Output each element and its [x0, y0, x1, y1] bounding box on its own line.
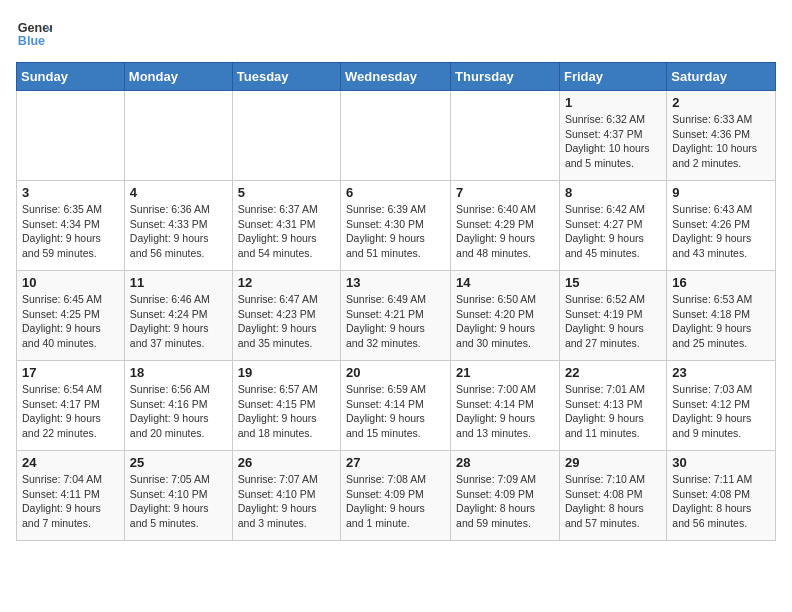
day-info: Sunrise: 7:05 AMSunset: 4:10 PMDaylight:…	[130, 472, 227, 531]
day-info: Sunrise: 7:07 AMSunset: 4:10 PMDaylight:…	[238, 472, 335, 531]
day-number: 12	[238, 275, 335, 290]
calendar-cell	[232, 91, 340, 181]
day-info: Sunrise: 7:00 AMSunset: 4:14 PMDaylight:…	[456, 382, 554, 441]
day-info: Sunrise: 7:03 AMSunset: 4:12 PMDaylight:…	[672, 382, 770, 441]
day-number: 24	[22, 455, 119, 470]
calendar-cell: 25Sunrise: 7:05 AMSunset: 4:10 PMDayligh…	[124, 451, 232, 541]
day-info: Sunrise: 7:04 AMSunset: 4:11 PMDaylight:…	[22, 472, 119, 531]
calendar-cell	[124, 91, 232, 181]
calendar-cell: 16Sunrise: 6:53 AMSunset: 4:18 PMDayligh…	[667, 271, 776, 361]
day-number: 14	[456, 275, 554, 290]
calendar-header-monday: Monday	[124, 63, 232, 91]
day-number: 27	[346, 455, 445, 470]
day-number: 9	[672, 185, 770, 200]
calendar-header-saturday: Saturday	[667, 63, 776, 91]
day-number: 11	[130, 275, 227, 290]
day-number: 23	[672, 365, 770, 380]
calendar-cell: 1Sunrise: 6:32 AMSunset: 4:37 PMDaylight…	[559, 91, 666, 181]
day-info: Sunrise: 6:59 AMSunset: 4:14 PMDaylight:…	[346, 382, 445, 441]
calendar-week-3: 10Sunrise: 6:45 AMSunset: 4:25 PMDayligh…	[17, 271, 776, 361]
calendar-cell: 15Sunrise: 6:52 AMSunset: 4:19 PMDayligh…	[559, 271, 666, 361]
calendar-cell	[17, 91, 125, 181]
day-number: 4	[130, 185, 227, 200]
day-info: Sunrise: 6:36 AMSunset: 4:33 PMDaylight:…	[130, 202, 227, 261]
day-info: Sunrise: 6:32 AMSunset: 4:37 PMDaylight:…	[565, 112, 661, 171]
calendar-cell: 8Sunrise: 6:42 AMSunset: 4:27 PMDaylight…	[559, 181, 666, 271]
day-number: 7	[456, 185, 554, 200]
day-number: 30	[672, 455, 770, 470]
calendar-header-sunday: Sunday	[17, 63, 125, 91]
calendar-header-tuesday: Tuesday	[232, 63, 340, 91]
calendar-cell: 4Sunrise: 6:36 AMSunset: 4:33 PMDaylight…	[124, 181, 232, 271]
calendar-week-5: 24Sunrise: 7:04 AMSunset: 4:11 PMDayligh…	[17, 451, 776, 541]
day-number: 10	[22, 275, 119, 290]
day-number: 29	[565, 455, 661, 470]
calendar: SundayMondayTuesdayWednesdayThursdayFrid…	[16, 62, 776, 541]
day-info: Sunrise: 6:42 AMSunset: 4:27 PMDaylight:…	[565, 202, 661, 261]
calendar-cell: 26Sunrise: 7:07 AMSunset: 4:10 PMDayligh…	[232, 451, 340, 541]
calendar-cell: 7Sunrise: 6:40 AMSunset: 4:29 PMDaylight…	[451, 181, 560, 271]
day-info: Sunrise: 6:53 AMSunset: 4:18 PMDaylight:…	[672, 292, 770, 351]
calendar-header-thursday: Thursday	[451, 63, 560, 91]
calendar-cell: 6Sunrise: 6:39 AMSunset: 4:30 PMDaylight…	[341, 181, 451, 271]
calendar-header-row: SundayMondayTuesdayWednesdayThursdayFrid…	[17, 63, 776, 91]
day-number: 21	[456, 365, 554, 380]
calendar-cell: 2Sunrise: 6:33 AMSunset: 4:36 PMDaylight…	[667, 91, 776, 181]
day-info: Sunrise: 6:37 AMSunset: 4:31 PMDaylight:…	[238, 202, 335, 261]
calendar-cell: 10Sunrise: 6:45 AMSunset: 4:25 PMDayligh…	[17, 271, 125, 361]
day-number: 25	[130, 455, 227, 470]
logo: General Blue	[16, 16, 52, 52]
day-number: 19	[238, 365, 335, 380]
day-info: Sunrise: 7:08 AMSunset: 4:09 PMDaylight:…	[346, 472, 445, 531]
day-number: 3	[22, 185, 119, 200]
day-number: 28	[456, 455, 554, 470]
header: General Blue	[16, 16, 776, 52]
day-info: Sunrise: 6:45 AMSunset: 4:25 PMDaylight:…	[22, 292, 119, 351]
calendar-cell: 23Sunrise: 7:03 AMSunset: 4:12 PMDayligh…	[667, 361, 776, 451]
day-number: 22	[565, 365, 661, 380]
calendar-cell: 14Sunrise: 6:50 AMSunset: 4:20 PMDayligh…	[451, 271, 560, 361]
day-info: Sunrise: 7:10 AMSunset: 4:08 PMDaylight:…	[565, 472, 661, 531]
calendar-cell: 28Sunrise: 7:09 AMSunset: 4:09 PMDayligh…	[451, 451, 560, 541]
svg-text:Blue: Blue	[18, 34, 45, 48]
day-info: Sunrise: 6:57 AMSunset: 4:15 PMDaylight:…	[238, 382, 335, 441]
calendar-cell: 5Sunrise: 6:37 AMSunset: 4:31 PMDaylight…	[232, 181, 340, 271]
calendar-week-1: 1Sunrise: 6:32 AMSunset: 4:37 PMDaylight…	[17, 91, 776, 181]
calendar-cell: 22Sunrise: 7:01 AMSunset: 4:13 PMDayligh…	[559, 361, 666, 451]
day-info: Sunrise: 6:43 AMSunset: 4:26 PMDaylight:…	[672, 202, 770, 261]
day-number: 18	[130, 365, 227, 380]
calendar-week-4: 17Sunrise: 6:54 AMSunset: 4:17 PMDayligh…	[17, 361, 776, 451]
day-info: Sunrise: 6:56 AMSunset: 4:16 PMDaylight:…	[130, 382, 227, 441]
day-number: 16	[672, 275, 770, 290]
day-number: 13	[346, 275, 445, 290]
calendar-cell: 18Sunrise: 6:56 AMSunset: 4:16 PMDayligh…	[124, 361, 232, 451]
calendar-body: 1Sunrise: 6:32 AMSunset: 4:37 PMDaylight…	[17, 91, 776, 541]
calendar-cell: 13Sunrise: 6:49 AMSunset: 4:21 PMDayligh…	[341, 271, 451, 361]
day-info: Sunrise: 7:09 AMSunset: 4:09 PMDaylight:…	[456, 472, 554, 531]
day-number: 1	[565, 95, 661, 110]
day-number: 20	[346, 365, 445, 380]
calendar-cell	[451, 91, 560, 181]
calendar-header-wednesday: Wednesday	[341, 63, 451, 91]
day-info: Sunrise: 6:33 AMSunset: 4:36 PMDaylight:…	[672, 112, 770, 171]
calendar-cell: 12Sunrise: 6:47 AMSunset: 4:23 PMDayligh…	[232, 271, 340, 361]
calendar-week-2: 3Sunrise: 6:35 AMSunset: 4:34 PMDaylight…	[17, 181, 776, 271]
logo-icon: General Blue	[16, 16, 52, 52]
day-info: Sunrise: 6:35 AMSunset: 4:34 PMDaylight:…	[22, 202, 119, 261]
calendar-cell: 20Sunrise: 6:59 AMSunset: 4:14 PMDayligh…	[341, 361, 451, 451]
day-number: 17	[22, 365, 119, 380]
day-number: 2	[672, 95, 770, 110]
day-info: Sunrise: 7:01 AMSunset: 4:13 PMDaylight:…	[565, 382, 661, 441]
day-info: Sunrise: 6:39 AMSunset: 4:30 PMDaylight:…	[346, 202, 445, 261]
calendar-cell: 21Sunrise: 7:00 AMSunset: 4:14 PMDayligh…	[451, 361, 560, 451]
day-info: Sunrise: 6:52 AMSunset: 4:19 PMDaylight:…	[565, 292, 661, 351]
calendar-cell: 17Sunrise: 6:54 AMSunset: 4:17 PMDayligh…	[17, 361, 125, 451]
day-number: 15	[565, 275, 661, 290]
calendar-header-friday: Friday	[559, 63, 666, 91]
calendar-cell: 27Sunrise: 7:08 AMSunset: 4:09 PMDayligh…	[341, 451, 451, 541]
day-info: Sunrise: 6:47 AMSunset: 4:23 PMDaylight:…	[238, 292, 335, 351]
calendar-cell: 29Sunrise: 7:10 AMSunset: 4:08 PMDayligh…	[559, 451, 666, 541]
calendar-cell: 19Sunrise: 6:57 AMSunset: 4:15 PMDayligh…	[232, 361, 340, 451]
day-number: 6	[346, 185, 445, 200]
day-number: 26	[238, 455, 335, 470]
